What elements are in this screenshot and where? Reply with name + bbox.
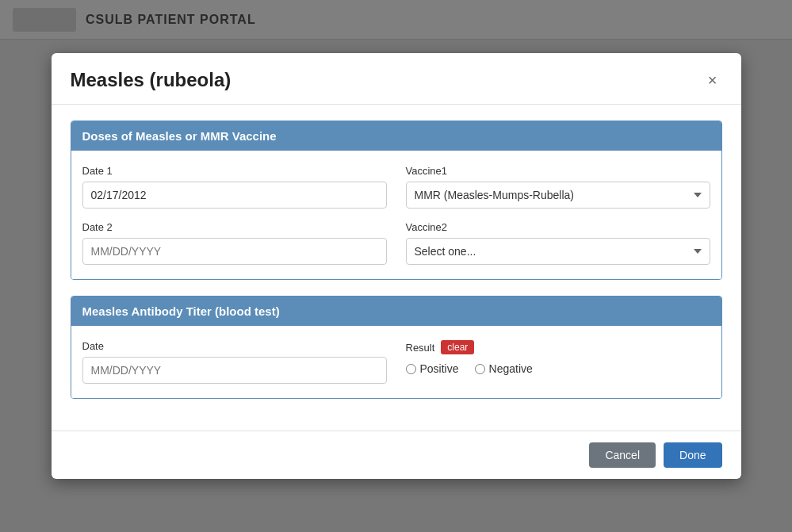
date1-label: Date 1 (82, 165, 387, 177)
titer-section-header: Measles Antibody Titer (blood test) (71, 297, 721, 326)
vaccine2-label: Vaccine2 (406, 221, 710, 233)
result-label: Result (406, 342, 435, 354)
result-label-row: Result clear (406, 340, 710, 354)
titer-section: Measles Antibody Titer (blood test) Date… (71, 296, 722, 399)
titer-result-group: Result clear Positive Negativ (406, 340, 710, 375)
modal-title: Measles (rubeola) (71, 69, 231, 91)
modal-footer: Cancel Done (52, 431, 741, 479)
negative-label: Negative (489, 362, 533, 375)
titer-date-group: Date (82, 340, 387, 384)
date2-group: Date 2 (82, 221, 387, 265)
positive-label: Positive (420, 362, 459, 375)
negative-radio[interactable] (475, 364, 485, 374)
titer-date-label: Date (82, 340, 387, 352)
doses-section-body: Date 1 Vaccine1 MMR (Measles-Mumps-Rubel… (71, 151, 721, 279)
cancel-button[interactable]: Cancel (589, 442, 656, 468)
doses-row-2: Date 2 Vaccine2 Select one... MMR (Measl… (82, 221, 710, 265)
modal-close-button[interactable]: × (703, 71, 722, 90)
negative-option[interactable]: Negative (475, 362, 533, 375)
date1-group: Date 1 (82, 165, 387, 209)
measles-modal: Measles (rubeola) × Doses of Measles or … (52, 53, 741, 479)
result-radio-group: Positive Negative (406, 362, 710, 375)
titer-date-input[interactable] (82, 357, 387, 384)
doses-section: Doses of Measles or MMR Vaccine Date 1 V… (71, 121, 722, 280)
doses-section-header: Doses of Measles or MMR Vaccine (71, 121, 721, 151)
doses-row-1: Date 1 Vaccine1 MMR (Measles-Mumps-Rubel… (82, 165, 710, 209)
positive-option[interactable]: Positive (406, 362, 459, 375)
done-button[interactable]: Done (664, 442, 721, 468)
vaccine2-select[interactable]: Select one... MMR (Measles-Mumps-Rubella… (406, 238, 710, 265)
date2-input[interactable] (82, 238, 387, 265)
modal-overlay: Measles (rubeola) × Doses of Measles or … (0, 0, 792, 532)
vaccine1-select[interactable]: MMR (Measles-Mumps-Rubella) Measles Only… (406, 182, 710, 209)
vaccine2-group: Vaccine2 Select one... MMR (Measles-Mump… (406, 221, 710, 265)
positive-radio[interactable] (406, 364, 416, 374)
vaccine1-group: Vaccine1 MMR (Measles-Mumps-Rubella) Mea… (406, 165, 710, 209)
clear-button[interactable]: clear (441, 340, 474, 354)
date1-input[interactable] (82, 182, 387, 209)
modal-body: Doses of Measles or MMR Vaccine Date 1 V… (52, 105, 741, 431)
date2-label: Date 2 (82, 221, 387, 233)
titer-row: Date Result clear (82, 340, 710, 384)
modal-header: Measles (rubeola) × (52, 53, 741, 105)
titer-section-body: Date Result clear (71, 326, 721, 398)
vaccine1-label: Vaccine1 (406, 165, 710, 177)
